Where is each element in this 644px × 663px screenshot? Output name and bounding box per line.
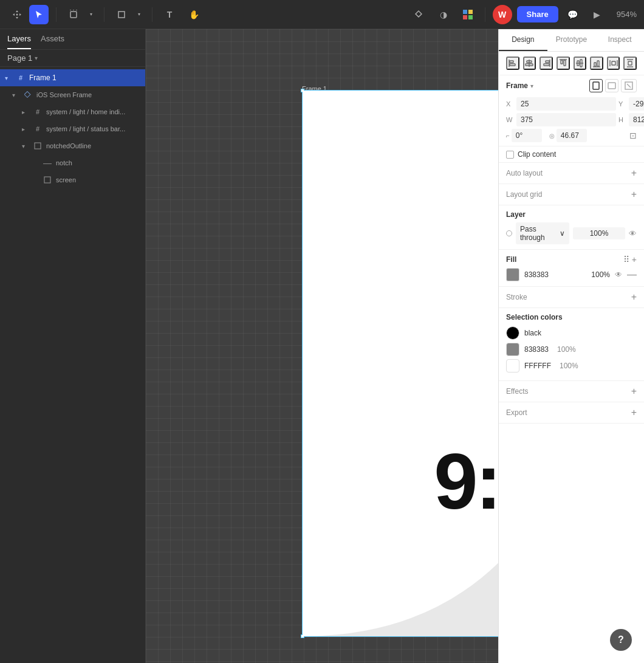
frame-controls: Frame ▾ bbox=[499, 75, 644, 146]
align-left-button[interactable] bbox=[506, 57, 519, 70]
resize-icon[interactable]: ⊡ bbox=[629, 131, 637, 140]
opacity-input[interactable] bbox=[557, 129, 587, 142]
play-button[interactable]: ▶ bbox=[587, 5, 607, 24]
sel-color-swatch-black[interactable] bbox=[506, 326, 519, 340]
page-name: Page 1 bbox=[7, 53, 32, 63]
fill-opacity-value: 100% bbox=[586, 270, 610, 279]
user-avatar[interactable]: W bbox=[493, 5, 512, 24]
export-add-icon[interactable]: + bbox=[631, 407, 637, 418]
selection-colors-title: Selection colors bbox=[506, 313, 637, 321]
layer-item-sys-home[interactable]: ▸ # system / light / home indi... bbox=[0, 103, 145, 120]
fill-header: Fill ⠿ + bbox=[506, 255, 637, 264]
layer-toggle-home[interactable]: ▸ bbox=[22, 109, 29, 115]
tab-prototype[interactable]: Prototype bbox=[547, 29, 596, 51]
svg-rect-25 bbox=[564, 60, 566, 66]
svg-rect-21 bbox=[546, 61, 549, 63]
h-input[interactable] bbox=[629, 113, 644, 126]
auto-layout-add-icon[interactable]: + bbox=[631, 168, 637, 179]
main-layout: Layers Assets Page 1 ▾ ▾ # Frame 1 ▾ bbox=[0, 29, 644, 663]
share-button[interactable]: Share bbox=[517, 6, 558, 22]
layout-grid-add-icon[interactable]: + bbox=[631, 189, 637, 200]
clip-content-checkbox[interactable] bbox=[506, 151, 514, 159]
layer-label: Frame 1 bbox=[29, 74, 57, 82]
blend-dot-icon bbox=[506, 230, 512, 236]
fill-section: Fill ⠿ + 838383 100% 👁 — bbox=[499, 250, 644, 287]
w-input[interactable] bbox=[516, 113, 616, 126]
fill-grid-icon[interactable]: ⠿ bbox=[623, 255, 629, 264]
layer-item-ios[interactable]: ▾ iOS Screen Frame bbox=[0, 86, 145, 103]
distribute-h-button[interactable] bbox=[607, 57, 620, 70]
layer-toggle-status[interactable]: ▸ bbox=[22, 126, 29, 132]
tool-frame[interactable] bbox=[64, 5, 83, 24]
constrain-button[interactable] bbox=[621, 79, 637, 92]
landscape-mode-button[interactable] bbox=[605, 79, 618, 92]
layer-item-frame1[interactable]: ▾ # Frame 1 bbox=[0, 69, 145, 86]
svg-rect-16 bbox=[510, 64, 515, 66]
distribute-v-button[interactable] bbox=[623, 57, 637, 70]
layer-icon-frame2: # bbox=[33, 107, 43, 117]
layer-toggle[interactable]: ▾ bbox=[5, 75, 12, 81]
portrait-mode-button[interactable] bbox=[589, 79, 603, 92]
tool-shape[interactable] bbox=[112, 5, 131, 24]
sel-color-swatch-ffffff[interactable] bbox=[506, 359, 519, 373]
x-field: X bbox=[506, 97, 616, 111]
layer-toggle[interactable]: ▾ bbox=[12, 92, 19, 98]
help-button[interactable]: ? bbox=[610, 629, 632, 651]
tool-contrast[interactable]: ◑ bbox=[434, 5, 453, 24]
comment-button[interactable]: 💬 bbox=[563, 5, 583, 24]
fill-hex-value: 838383 bbox=[524, 270, 581, 279]
y-input[interactable] bbox=[629, 97, 644, 111]
blend-row: Pass through ∨ 👁 bbox=[506, 222, 637, 244]
blend-mode-select[interactable]: Pass through ∨ bbox=[516, 222, 569, 244]
auto-layout-section[interactable]: Auto layout + bbox=[499, 163, 644, 184]
layer-visibility-icon[interactable]: 👁 bbox=[629, 229, 637, 238]
fill-icons: ⠿ + bbox=[623, 255, 637, 264]
layer-item-sys-status[interactable]: ▸ # system / light / status bar... bbox=[0, 120, 145, 137]
tool-move[interactable] bbox=[7, 5, 27, 24]
svg-rect-30 bbox=[594, 63, 596, 66]
effects-add-icon[interactable]: + bbox=[631, 386, 637, 397]
layer-item-screen[interactable]: ▸ screen bbox=[0, 171, 145, 188]
tab-layers[interactable]: Layers bbox=[7, 34, 31, 49]
layer-item-notch[interactable]: ▸ — notch bbox=[0, 154, 145, 171]
tool-text[interactable]: T bbox=[160, 5, 179, 24]
fill-add-icon[interactable]: + bbox=[632, 255, 637, 264]
svg-rect-7 bbox=[463, 10, 467, 14]
x-input[interactable] bbox=[516, 97, 616, 111]
tool-shape-dropdown[interactable]: ▾ bbox=[134, 5, 145, 24]
layer-toggle-notched[interactable]: ▾ bbox=[22, 143, 29, 149]
auto-layout-label: Auto layout bbox=[506, 169, 543, 177]
align-center-v-button[interactable] bbox=[574, 57, 587, 70]
align-bottom-button[interactable] bbox=[590, 57, 603, 70]
tab-inspect[interactable]: Inspect bbox=[595, 29, 644, 51]
fill-remove-icon[interactable]: — bbox=[627, 269, 637, 280]
align-center-h-button[interactable] bbox=[523, 57, 536, 70]
fill-visibility-icon[interactable]: 👁 bbox=[615, 270, 622, 279]
corner-radius-input[interactable] bbox=[512, 129, 542, 142]
shape-tools: ▾ bbox=[112, 5, 145, 24]
tool-hand[interactable]: ✋ bbox=[184, 5, 204, 24]
layout-grid-section[interactable]: Layout grid + bbox=[499, 184, 644, 205]
svg-rect-9 bbox=[463, 15, 467, 19]
frame-header: Frame ▾ bbox=[506, 79, 637, 92]
tool-components[interactable] bbox=[409, 5, 429, 24]
tool-select[interactable] bbox=[29, 5, 49, 24]
page-selector[interactable]: Page 1 ▾ bbox=[0, 50, 145, 67]
stroke-add-icon[interactable]: + bbox=[631, 292, 637, 303]
tool-fill-color[interactable] bbox=[458, 5, 478, 24]
layer-item-notched[interactable]: ▾ notchedOutline bbox=[0, 137, 145, 154]
fill-row: 838383 100% 👁 — bbox=[506, 268, 637, 281]
align-right-button[interactable] bbox=[540, 57, 553, 70]
fill-color-swatch[interactable] bbox=[506, 268, 519, 281]
sel-color-swatch-838383[interactable] bbox=[506, 343, 519, 356]
opacity-value-input[interactable] bbox=[573, 227, 625, 239]
sel-color-label-black: black bbox=[524, 329, 637, 337]
export-label: Export bbox=[506, 408, 527, 417]
tab-design[interactable]: Design bbox=[499, 29, 547, 51]
stroke-label: Stroke bbox=[506, 293, 527, 301]
tab-assets[interactable]: Assets bbox=[41, 34, 64, 49]
tool-frame-dropdown[interactable]: ▾ bbox=[86, 5, 97, 24]
layer-icon-rect bbox=[33, 141, 43, 151]
canvas-area[interactable]: Frame 1 9:4 bbox=[146, 29, 498, 663]
align-top-button[interactable] bbox=[557, 57, 570, 70]
